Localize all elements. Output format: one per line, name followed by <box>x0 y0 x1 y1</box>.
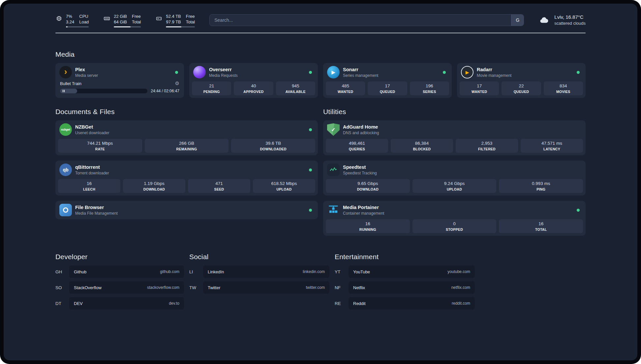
stat-label: APPROVED <box>235 90 272 94</box>
stat-tile: 2,953 FILTERED <box>456 139 518 153</box>
bookmark-url: youtube.com <box>447 269 470 274</box>
bookmark-name: LinkedIn <box>208 269 224 274</box>
stat-tile: 485 WANTED <box>326 81 365 95</box>
stat-value: 16 <box>59 181 119 186</box>
stat-value: 17 <box>461 83 498 89</box>
stat-label: LEECH <box>59 187 119 191</box>
stat-label: FILTERED <box>457 147 517 151</box>
bookmark-name: DEV <box>74 301 83 306</box>
memory-labels: Free Total <box>132 14 141 25</box>
service-subtitle: Speedtest Tracking <box>343 171 377 175</box>
stat-tile: 1.19 Gbps DOWNLOAD <box>123 179 185 193</box>
bookmark-netflix: NF Netflix netflix.com <box>335 281 475 294</box>
playback-progress-bar[interactable] <box>60 89 147 93</box>
card-sonarr[interactable]: ▶ Sonarr Series management 485 WANTED 17… <box>323 63 452 98</box>
stat-label: DOWNLOAD <box>124 187 184 191</box>
stat-label: REMAINING <box>146 147 228 151</box>
window-frame: 7% 3.24 CPU Load <box>0 0 641 364</box>
weather-widget: Lviv, 16.87°C scattered clouds <box>538 14 586 26</box>
service-name: Sonarr <box>343 67 378 72</box>
card-filebrowser[interactable]: File Browser Media File Management <box>55 201 318 219</box>
bookmark-link[interactable]: DEV dev.to <box>69 297 184 310</box>
disk-usage-bar <box>166 26 195 27</box>
plex-icon: › <box>59 66 72 78</box>
card-portainer[interactable]: Media Portainer Container management 16 … <box>323 201 586 236</box>
stat-tile: 618.52 Mbps UPLOAD <box>253 179 315 193</box>
section-title-social: Social <box>189 253 329 261</box>
service-subtitle: Media File Management <box>75 211 118 216</box>
service-subtitle: Usenet downloader <box>75 131 109 135</box>
stat-label: DOWNLOAD <box>327 187 409 191</box>
bookmark-link[interactable]: Github github.com <box>69 265 184 278</box>
bookmark-link[interactable]: StackOverflow stackoverflow.com <box>69 281 184 294</box>
now-playing-title: Bullet Train <box>60 81 81 86</box>
service-name: NZBGet <box>75 124 109 130</box>
status-dot <box>175 71 178 74</box>
service-subtitle: Torrent downloader <box>75 171 109 175</box>
status-dot <box>577 71 580 74</box>
stat-tile: 498,461 QUERIES <box>326 139 388 153</box>
settings-gear-icon[interactable]: ⚙ <box>175 80 179 86</box>
stat-label: SERIES <box>411 90 448 94</box>
stat-label: PENDING <box>193 90 230 94</box>
card-plex[interactable]: › Plex Media server Bullet Train ⚙ <box>55 63 184 98</box>
sonarr-icon: ▶ <box>327 66 340 78</box>
card-overseerr[interactable]: Overseerr Media Requests 21 PENDING 40 A… <box>189 63 318 98</box>
memory-usage-bar <box>114 26 141 27</box>
stat-label: QUERIES <box>327 147 387 151</box>
stat-value: 945 <box>277 83 314 89</box>
stat-value: 1.19 Gbps <box>124 181 184 186</box>
bookmark-link[interactable]: YouTube youtube.com <box>349 265 475 278</box>
search-input[interactable] <box>210 15 511 26</box>
bookmark-link[interactable]: LinkedIn linkedin.com <box>203 265 329 278</box>
disk-values: 52.4 TB 97.9 TB <box>166 14 181 25</box>
stat-tile: 16 RUNNING <box>326 219 410 233</box>
stat-tile: 266 GB REMAINING <box>145 139 229 153</box>
bookmark-abbr: NF <box>335 285 345 290</box>
stat-tile: 744.21 Mbps RATE <box>58 139 142 153</box>
section-title-media: Media <box>55 50 586 58</box>
bookmark-name: Github <box>74 269 86 274</box>
search-bar: G <box>209 14 524 26</box>
bookmark-link[interactable]: Netflix netflix.com <box>349 281 475 294</box>
stat-label: QUEUED <box>503 90 539 94</box>
bookmark-abbr: DT <box>55 301 66 306</box>
card-radarr[interactable]: ▶ Radarr Movie management 17 WANTED 22 Q… <box>457 63 586 98</box>
bookmark-link[interactable]: Reddit reddit.com <box>349 297 475 310</box>
card-speedtest[interactable]: Speedtest Speedtest Tracking 9.65 Gbps D… <box>323 161 586 196</box>
service-name: AdGuard Home <box>343 124 379 130</box>
bookmark-youtube: YT YouTube youtube.com <box>335 265 475 278</box>
service-name: File Browser <box>75 205 118 210</box>
stat-value: 0 <box>414 221 495 227</box>
bookmark-stackoverflow: SO StackOverflow stackoverflow.com <box>55 281 184 294</box>
stat-value: 16 <box>327 221 409 227</box>
portainer-crane-icon <box>327 204 340 216</box>
nzbget-icon: nzbget <box>59 123 72 136</box>
card-qbittorrent[interactable]: qb qBittorrent Torrent downloader 16 LEE… <box>55 161 318 196</box>
status-dot <box>443 71 446 74</box>
stat-tile: 21 PENDING <box>192 81 231 95</box>
stat-value: 471 <box>189 181 249 186</box>
service-subtitle: Series management <box>343 73 378 78</box>
top-bar: 7% 3.24 CPU Load <box>55 14 586 27</box>
section-title-utilities: Utilities <box>323 108 586 116</box>
stat-label: BLOCKED <box>392 147 452 151</box>
memory-icon <box>103 15 110 22</box>
status-dot <box>309 209 312 212</box>
bookmark-link[interactable]: Twitter twitter.com <box>203 281 329 294</box>
stat-label: UPLOAD <box>414 187 495 191</box>
stat-tile: 86,384 BLOCKED <box>391 139 453 153</box>
bookmark-url: github.com <box>160 269 179 274</box>
radarr-icon: ▶ <box>461 66 473 78</box>
search-provider-button[interactable]: G <box>511 15 524 26</box>
status-dot <box>309 168 312 171</box>
service-name: Plex <box>75 67 98 72</box>
pause-icon[interactable] <box>63 90 65 92</box>
card-adguard[interactable]: ✓ AdGuard Home DNS and adblocking 498,46… <box>323 120 586 155</box>
stat-label: RUNNING <box>327 228 409 231</box>
stat-value: 21 <box>193 83 230 89</box>
service-subtitle: DNS and adblocking <box>343 131 379 135</box>
bookmark-name: Twitter <box>208 285 220 290</box>
bookmark-github: GH Github github.com <box>55 265 184 278</box>
card-nzbget[interactable]: nzbget NZBGet Usenet downloader 744.21 M… <box>55 120 318 155</box>
